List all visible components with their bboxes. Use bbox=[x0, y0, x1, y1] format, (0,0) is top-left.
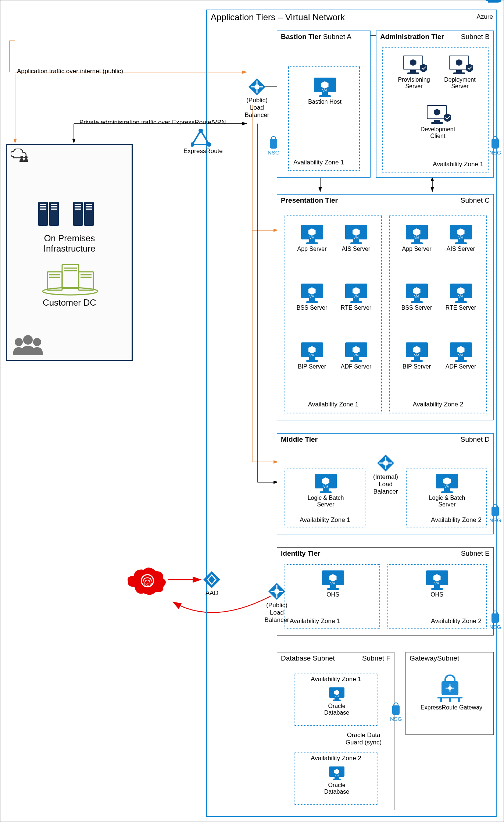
nsg-db: NSG bbox=[390, 705, 402, 722]
ohs-2: VMOHS bbox=[419, 570, 454, 598]
svg-point-4 bbox=[448, 686, 452, 690]
svg-rect-18 bbox=[75, 206, 81, 207]
ais-server-2: VMAIS Server bbox=[443, 225, 478, 252]
middle-tier: Middle Tier Subnet D VMLogic & Batch Ser… bbox=[277, 433, 494, 534]
public-lb-label: (Public) Load Balancer bbox=[239, 97, 275, 119]
svg-rect-7 bbox=[38, 202, 48, 226]
nsg-admin: NSG bbox=[489, 139, 501, 156]
svg-point-6 bbox=[25, 156, 28, 159]
azure-cloud-icon bbox=[484, 0, 502, 4]
svg-point-37 bbox=[254, 84, 260, 89]
nsg-middle: NSG bbox=[489, 507, 501, 523]
presentation-az1: VMApp Server VMAIS Server VMBSS Server V… bbox=[285, 215, 382, 413]
bastion-az1: VM Bastion Host Availability Zone 1 bbox=[288, 66, 360, 171]
on-prem-container: On Premises Infrastructure Customer DC bbox=[6, 144, 133, 361]
dataguard-label: Oracle Data Guard (sync) bbox=[342, 732, 386, 746]
svg-rect-15 bbox=[51, 206, 57, 207]
svg-rect-8 bbox=[49, 202, 59, 226]
diagram-canvas: Application Tiers – Virtual Network Azur… bbox=[0, 0, 504, 822]
customer-dc-label: Customer DC bbox=[35, 298, 104, 308]
provisioning-server: Provisioning Server bbox=[394, 56, 434, 90]
expressroute-gateway: ExpressRoute Gateway bbox=[426, 675, 474, 711]
svg-rect-20 bbox=[86, 204, 92, 205]
internal-lb-label: (Internal) Load Balancer bbox=[367, 473, 404, 495]
logic-batch-2: VMLogic & Batch Server bbox=[419, 474, 475, 508]
svg-rect-9 bbox=[73, 202, 83, 226]
adf-server-2: VMADF Server bbox=[443, 342, 478, 370]
deployment-server: Deployment Server bbox=[440, 56, 480, 90]
app-server-2: VMApp Server bbox=[399, 225, 434, 252]
ohs-1: VMOHS bbox=[315, 570, 350, 598]
db-az1: Availability Zone 1 VM Oracle Database bbox=[294, 673, 378, 726]
admin-az1: Provisioning Server Deployment Server De… bbox=[382, 47, 489, 172]
middle-title: Middle Tier bbox=[281, 435, 318, 444]
middle-az1: VMLogic & Batch Server Availability Zone… bbox=[285, 469, 365, 527]
middle-az2: VMLogic & Batch Server Availability Zone… bbox=[406, 469, 487, 527]
bip-server-1: VMBIP Server bbox=[294, 342, 329, 370]
admin-title: Administration Tier bbox=[380, 33, 444, 41]
svg-point-1 bbox=[383, 460, 388, 466]
svg-rect-16 bbox=[51, 209, 57, 210]
db-title: Database Subnet bbox=[281, 654, 335, 662]
identity-az1: VMOHS Availability Zone 1 bbox=[285, 564, 380, 629]
rte-server-2: VMRTE Server bbox=[443, 284, 478, 311]
aad-icon bbox=[203, 570, 221, 589]
presentation-az2: VMApp Server VMAIS Server VMBSS Server V… bbox=[389, 215, 487, 413]
admin-tier: Administration Tier Subnet B Provisionin… bbox=[376, 31, 494, 178]
load-balancer-identity-icon bbox=[268, 582, 286, 601]
svg-rect-17 bbox=[75, 204, 81, 205]
svg-rect-21 bbox=[86, 206, 92, 207]
svg-rect-14 bbox=[51, 204, 57, 205]
bastion-host-vm: VM Bastion Host bbox=[307, 78, 342, 105]
load-balancer-public-icon bbox=[248, 78, 266, 96]
svg-point-3 bbox=[274, 589, 279, 594]
presentation-tier: Presentation Tier Subnet C VMApp Server … bbox=[277, 194, 494, 420]
app-server-1: VMApp Server bbox=[294, 225, 329, 252]
public-traffic-label: Application traffic over internet (publi… bbox=[17, 68, 123, 75]
gateway-title: GatewaySubnet bbox=[410, 654, 459, 662]
load-balancer-internal-icon bbox=[376, 454, 395, 472]
vnet-title: Application Tiers – Virtual Network bbox=[211, 12, 345, 22]
svg-rect-19 bbox=[75, 209, 81, 210]
onprem-infra-label: On Premises Infrastructure bbox=[35, 233, 104, 254]
rte-server-1: VMRTE Server bbox=[339, 284, 373, 311]
users-icon bbox=[11, 335, 47, 356]
public-lb-identity-label: (Public) Load Balancer bbox=[258, 602, 295, 624]
svg-point-35 bbox=[23, 335, 33, 345]
oracle-db-1: VM Oracle Database bbox=[315, 687, 359, 716]
svg-point-5 bbox=[20, 156, 23, 159]
svg-point-33 bbox=[15, 338, 23, 346]
ais-server-1: VMAIS Server bbox=[339, 225, 373, 252]
aad-label: AAD bbox=[202, 590, 222, 597]
bastion-tier: Bastion Tier Subnet A VM Bastion Host Av… bbox=[277, 31, 371, 178]
adf-server-1: VMADF Server bbox=[339, 342, 373, 370]
identity-az2: VMOHS Availability Zone 2 bbox=[387, 564, 487, 629]
oracle-db-2: VM Oracle Database bbox=[315, 766, 359, 795]
bss-server-2: VMBSS Server bbox=[399, 284, 434, 311]
nsg-bastion: NSG bbox=[268, 139, 280, 156]
bip-server-2: VMBIP Server bbox=[399, 342, 434, 370]
idcs-cloud: IDCS bbox=[127, 567, 168, 593]
svg-point-34 bbox=[33, 338, 41, 346]
database-subnet: Database Subnet Subnet F Availability Zo… bbox=[277, 652, 394, 810]
svg-rect-12 bbox=[40, 206, 46, 207]
identity-tier: Identity Tier Subnet E VMOHS Availabilit… bbox=[277, 547, 494, 636]
gateway-subnet: GatewaySubnet ExpressRoute Gateway bbox=[405, 652, 494, 735]
logic-batch-1: VMLogic & Batch Server bbox=[298, 474, 353, 508]
expressroute-icon bbox=[191, 129, 211, 147]
development-client: Development Client bbox=[418, 105, 458, 139]
vnet-container: Application Tiers – Virtual Network Azur… bbox=[206, 10, 497, 817]
db-az2: Availability Zone 2 VM Oracle Database bbox=[294, 752, 378, 805]
identity-title: Identity Tier bbox=[281, 549, 320, 558]
svg-rect-13 bbox=[40, 209, 46, 210]
svg-rect-10 bbox=[84, 202, 94, 226]
private-traffic-label: Private administration traffic over Expr… bbox=[79, 119, 226, 126]
svg-rect-22 bbox=[86, 209, 92, 210]
customer-dc-icon bbox=[42, 263, 99, 298]
expressroute-label: ExpressRoute bbox=[183, 147, 220, 155]
cloud-users-icon bbox=[11, 149, 31, 163]
svg-rect-11 bbox=[40, 204, 46, 205]
presentation-title: Presentation Tier bbox=[281, 196, 338, 204]
bss-server-1: VMBSS Server bbox=[294, 284, 329, 311]
bastion-title: Bastion Tier Subnet A bbox=[281, 33, 351, 41]
